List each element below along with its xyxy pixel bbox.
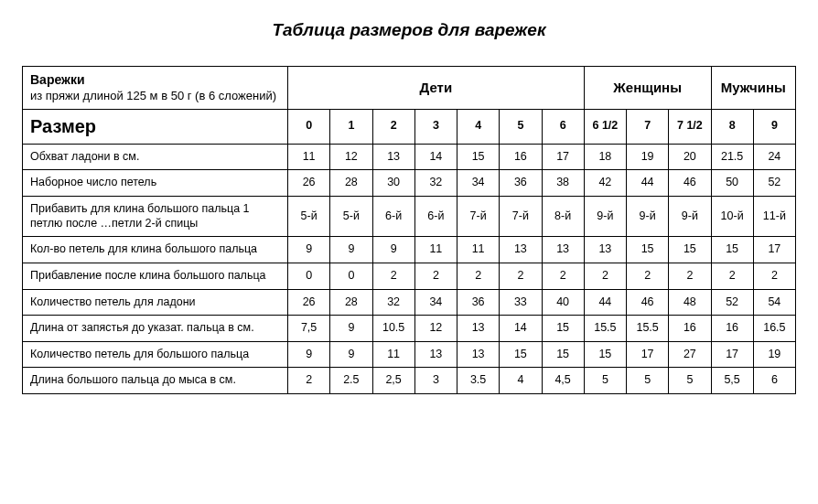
row-label: Длина большого пальца до мыса в см. xyxy=(23,368,288,394)
cell: 40 xyxy=(542,289,584,316)
row-label: Количество петель для ладони xyxy=(23,289,288,316)
cell: 15.5 xyxy=(584,316,626,342)
cell: 28 xyxy=(330,289,372,316)
cell: 15 xyxy=(542,341,584,368)
cell: 16 xyxy=(711,316,753,342)
cell: 4 xyxy=(500,368,542,394)
cell: 2 xyxy=(372,263,414,289)
cell: 15 xyxy=(500,341,542,368)
cell: 19 xyxy=(753,341,795,368)
cell: 26 xyxy=(288,289,330,316)
cell: 2 xyxy=(288,368,330,394)
header-yarn: Варежки из пряжи длиной 125 м в 50 г (в … xyxy=(23,67,288,110)
cell: 0 xyxy=(288,263,330,289)
size-value: 9 xyxy=(753,109,795,144)
cell: 15 xyxy=(669,237,711,263)
cell: 15 xyxy=(542,316,584,342)
cell: 5-й xyxy=(330,197,372,237)
size-value: 2 xyxy=(372,109,414,144)
group-women: Женщины xyxy=(584,67,711,110)
cell: 6 xyxy=(753,368,795,394)
cell: 2 xyxy=(584,263,626,289)
cell: 2 xyxy=(711,263,753,289)
cell: 11 xyxy=(288,144,330,170)
cell: 52 xyxy=(711,289,753,316)
cell: 7-й xyxy=(500,197,542,237)
cell: 32 xyxy=(372,289,414,316)
cell: 12 xyxy=(330,144,372,170)
cell: 15 xyxy=(627,237,669,263)
cell: 2,5 xyxy=(372,368,414,394)
table-row: Количество петель для ладони262832343633… xyxy=(23,289,796,316)
cell: 2.5 xyxy=(330,368,372,394)
cell: 9 xyxy=(372,237,414,263)
cell: 3.5 xyxy=(457,368,500,394)
cell: 17 xyxy=(753,237,795,263)
cell: 8-й xyxy=(542,197,584,237)
cell: 6-й xyxy=(414,197,457,237)
cell: 34 xyxy=(457,170,500,197)
table-row: Кол-во петель для клина большого пальца9… xyxy=(23,237,796,263)
cell: 9-й xyxy=(627,197,669,237)
header-sub: из пряжи длиной 125 м в 50 г (в 6 сложен… xyxy=(30,89,280,103)
cell: 13 xyxy=(584,237,626,263)
table-row: Прибавить для клина большого пальца 1 пе… xyxy=(23,197,796,237)
header-row: Варежки из пряжи длиной 125 м в 50 г (в … xyxy=(23,67,796,110)
cell: 21.5 xyxy=(711,144,753,170)
cell: 9 xyxy=(330,237,372,263)
cell: 5 xyxy=(669,368,711,394)
cell: 26 xyxy=(288,170,330,197)
cell: 5 xyxy=(584,368,626,394)
cell: 2 xyxy=(542,263,584,289)
cell: 16 xyxy=(669,316,711,342)
cell: 2 xyxy=(414,263,457,289)
cell: 44 xyxy=(584,289,626,316)
size-value: 7 1/2 xyxy=(669,109,711,144)
cell: 14 xyxy=(414,144,457,170)
cell: 16 xyxy=(500,144,542,170)
cell: 9-й xyxy=(584,197,626,237)
cell: 7,5 xyxy=(288,316,330,342)
cell: 2 xyxy=(457,263,500,289)
cell: 15 xyxy=(584,341,626,368)
size-value: 8 xyxy=(711,109,753,144)
size-table: Варежки из пряжи длиной 125 м в 50 г (в … xyxy=(22,66,796,394)
cell: 11-й xyxy=(753,197,795,237)
cell: 14 xyxy=(500,316,542,342)
cell: 11 xyxy=(414,237,457,263)
cell: 6-й xyxy=(372,197,414,237)
table-row: Количество петель для большого пальца991… xyxy=(23,341,796,368)
cell: 15.5 xyxy=(627,316,669,342)
cell: 12 xyxy=(414,316,457,342)
table-row: Наборное число петель2628303234363842444… xyxy=(23,170,796,197)
cell: 2 xyxy=(500,263,542,289)
size-value: 6 xyxy=(542,109,584,144)
size-value: 6 1/2 xyxy=(584,109,626,144)
size-label: Размер xyxy=(23,109,288,144)
cell: 7-й xyxy=(457,197,500,237)
cell: 19 xyxy=(627,144,669,170)
cell: 42 xyxy=(584,170,626,197)
cell: 32 xyxy=(414,170,457,197)
row-label: Количество петель для большого пальца xyxy=(23,341,288,368)
cell: 36 xyxy=(457,289,500,316)
cell: 2 xyxy=(669,263,711,289)
cell: 9-й xyxy=(669,197,711,237)
row-label: Обхват ладони в см. xyxy=(23,144,288,170)
row-label: Длина от запястья до указат. пальца в см… xyxy=(23,316,288,342)
row-label: Наборное число петель xyxy=(23,170,288,197)
cell: 13 xyxy=(542,237,584,263)
cell: 27 xyxy=(669,341,711,368)
size-value: 7 xyxy=(627,109,669,144)
group-children: Дети xyxy=(288,67,585,110)
row-label: Прибавить для клина большого пальца 1 пе… xyxy=(23,197,288,237)
table-row: Длина от запястья до указат. пальца в см… xyxy=(23,316,796,342)
size-value: 0 xyxy=(288,109,330,144)
cell: 11 xyxy=(457,237,500,263)
table-row: Прибавление после клина большого пальца0… xyxy=(23,263,796,289)
cell: 10.5 xyxy=(372,316,414,342)
cell: 2 xyxy=(627,263,669,289)
cell: 46 xyxy=(627,289,669,316)
cell: 3 xyxy=(414,368,457,394)
header-main: Варежки xyxy=(30,72,280,89)
